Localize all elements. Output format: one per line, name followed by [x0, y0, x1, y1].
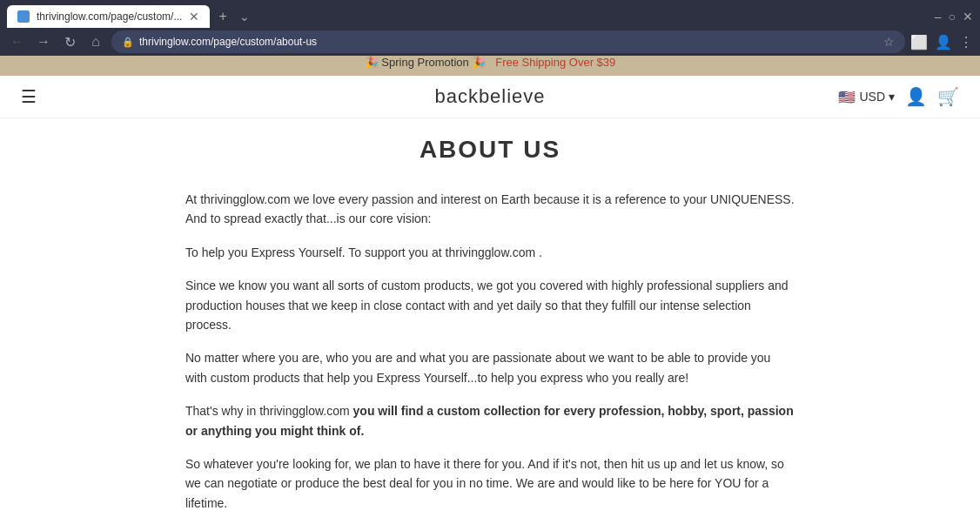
- bookmark-icon[interactable]: ☆: [883, 35, 895, 49]
- paragraph-2: To help you Express Yourself. To support…: [185, 243, 795, 262]
- restore-button[interactable]: ○: [949, 10, 956, 24]
- browser-chrome: thrivinglow.com/page/custom/... ✕ + ⌄ – …: [0, 0, 980, 49]
- url-text: thrivinglow.com/page/custom/about-us: [139, 36, 878, 48]
- window-controls: – ○ ✕: [935, 10, 973, 24]
- tab-title: thrivinglow.com/page/custom/...: [37, 10, 182, 23]
- main-content: ABOUT US At thrivingglow.com we love eve…: [98, 118, 882, 524]
- forward-button[interactable]: →: [33, 34, 54, 50]
- page-title: ABOUT US: [185, 136, 795, 164]
- hamburger-menu-button[interactable]: ☰: [21, 86, 37, 107]
- paragraph-6: So whatever you're looking for, we plan …: [185, 454, 795, 513]
- reload-button[interactable]: ↻: [59, 34, 80, 50]
- site-link-2[interactable]: thrivingglow.com: [446, 245, 536, 259]
- header-inner: ☰ backbelieve 🇺🇸 USD ▾ 👤 🛒: [21, 86, 959, 107]
- site-link-1[interactable]: thrivingglow.com: [200, 192, 291, 206]
- site-logo[interactable]: backbelieve: [434, 85, 545, 108]
- paragraph-4: No matter where you are, who you are and…: [185, 348, 795, 387]
- site-header: ☰ backbelieve 🇺🇸 USD ▾ 👤 🛒: [0, 76, 980, 118]
- tab-close-button[interactable]: ✕: [189, 10, 199, 23]
- address-bar[interactable]: 🔒 thrivinglow.com/page/custom/about-us ☆: [111, 30, 905, 53]
- tab-favicon: [17, 10, 30, 23]
- back-button[interactable]: ←: [7, 34, 28, 50]
- cart-icon[interactable]: 🛒: [937, 86, 959, 107]
- profile-icon[interactable]: 👤: [935, 34, 952, 50]
- extensions-icon[interactable]: ⬜: [910, 34, 928, 50]
- currency-selector[interactable]: 🇺🇸 USD ▾: [838, 89, 895, 105]
- currency-label: USD: [859, 90, 885, 104]
- paragraph-3: Since we know you want all sorts of cust…: [185, 276, 795, 334]
- lock-icon: 🔒: [122, 37, 134, 48]
- content-body: At thrivingglow.com we love every passio…: [185, 190, 795, 524]
- flag-icon: 🇺🇸: [838, 89, 856, 105]
- active-tab[interactable]: thrivinglow.com/page/custom/... ✕: [7, 5, 210, 28]
- minimize-button[interactable]: –: [935, 10, 942, 24]
- menu-icon[interactable]: ⋮: [959, 34, 973, 50]
- close-window-button[interactable]: ✕: [963, 10, 973, 24]
- site-link-3[interactable]: thrivingglow.com: [259, 404, 350, 418]
- header-actions: 🇺🇸 USD ▾ 👤 🛒: [838, 86, 959, 107]
- account-icon[interactable]: 👤: [905, 86, 927, 107]
- promo-shipping-link[interactable]: Free Shipping Over $39: [495, 56, 615, 69]
- currency-chevron-icon: ▾: [889, 90, 895, 104]
- tab-menu-button[interactable]: ⌄: [236, 10, 253, 24]
- address-bar-row: ← → ↻ ⌂ 🔒 thrivinglow.com/page/custom/ab…: [0, 28, 980, 56]
- home-button[interactable]: ⌂: [85, 34, 106, 50]
- promo-text: 🎉 Spring Promotion 🎉: [365, 56, 487, 69]
- browser-actions: ⬜ 👤 ⋮: [910, 34, 973, 50]
- paragraph-1: At thrivingglow.com we love every passio…: [185, 190, 795, 229]
- new-tab-button[interactable]: +: [213, 9, 232, 24]
- tab-bar: thrivinglow.com/page/custom/... ✕ + ⌄ – …: [0, 0, 980, 28]
- paragraph-5: That's why in thrivingglow.com you will …: [185, 401, 795, 440]
